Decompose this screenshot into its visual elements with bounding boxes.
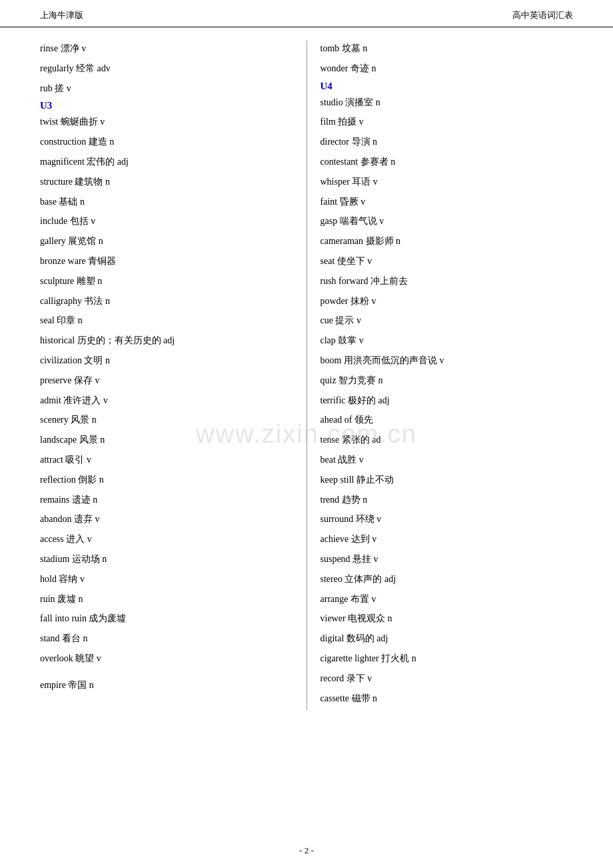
vocab-entry: include 包括 v	[40, 213, 293, 229]
vocab-entry: overlook 眺望 v	[40, 651, 293, 667]
vocab-entry: cassette 磁带 n	[320, 691, 574, 707]
vocab-entry: tomb 坟墓 n	[320, 41, 574, 57]
vocab-entry: suspend 悬挂 v	[320, 551, 574, 567]
vocab-entry: terrific 极好的 adj	[320, 393, 574, 409]
vocab-entry: cigarette lighter 打火机 n	[320, 651, 574, 667]
vocab-entry: powder 抹粉 v	[320, 293, 574, 309]
vocab-entry: arrange 布置 v	[320, 591, 574, 607]
vocab-entry: attract 吸引 v	[40, 452, 293, 468]
vocab-entry: surround 环绕 v	[320, 511, 574, 527]
vocab-entry: civilization 文明 n	[40, 353, 293, 369]
vocab-entry: gallery 展览馆 n	[40, 233, 293, 249]
vocab-entry: digital 数码的 adj	[320, 631, 574, 647]
vocab-entry: ruin 废墟 n	[40, 591, 293, 607]
vocab-entry: bronze ware 青铜器	[40, 253, 293, 269]
vocab-entry: film 拍摄 v	[320, 114, 574, 130]
vocab-entry: seal 印章 n	[40, 313, 293, 329]
right-column: tomb 坟墓 nwonder 奇迹 nU4studio 演播室 nfilm 拍…	[306, 41, 574, 710]
header-left: 上海牛津版	[40, 9, 83, 21]
vocab-entry: landscape 风景 n	[40, 432, 293, 448]
vocab-entry: viewer 电视观众 n	[320, 611, 574, 627]
vocab-entry: contestant 参赛者 n	[320, 154, 574, 170]
left-column: rinse 漂净 vregularly 经常 advrub 搓 vU3twist…	[40, 41, 306, 710]
vocab-entry: remains 遗迹 n	[40, 492, 293, 508]
vocab-entry: achieve 达到 v	[320, 531, 574, 547]
vocab-entry: access 进入 v	[40, 531, 293, 547]
vocab-entry: scenery 风景 n	[40, 412, 293, 428]
vocab-entry: cameraman 摄影师 n	[320, 233, 574, 249]
vocab-entry: construction 建造 n	[40, 134, 293, 150]
vocab-entry: studio 演播室 n	[320, 95, 574, 111]
vocab-entry: director 导演 n	[320, 134, 574, 150]
vocab-entry: whisper 耳语 v	[320, 174, 574, 190]
vocab-entry: regularly 经常 adv	[40, 61, 293, 77]
vocab-entry: structure 建筑物 n	[40, 174, 293, 190]
vocab-entry: clap 鼓掌 v	[320, 333, 574, 349]
page-header: 上海牛津版 高中英语词汇表	[0, 0, 613, 27]
vocab-entry: abandon 遗弃 v	[40, 511, 293, 527]
vocab-entry: keep still 静止不动	[320, 472, 574, 488]
vocab-entry: trend 趋势 n	[320, 492, 574, 508]
vocab-entry: empire 帝国 n	[40, 677, 293, 693]
vocab-entry: reflection 倒影 n	[40, 472, 293, 488]
vocab-entry: fall into ruin 成为废墟	[40, 611, 293, 627]
vocab-entry: historical 历史的；有关历史的 adj	[40, 333, 293, 349]
header-right: 高中英语词汇表	[512, 9, 573, 21]
vocab-entry: boom 用洪亮而低沉的声音说 v	[320, 353, 574, 369]
vocab-entry: gasp 喘着气说 v	[320, 213, 574, 229]
unit-heading: U4	[320, 81, 574, 92]
vocab-entry: preserve 保存 v	[40, 373, 293, 389]
vocab-entry: stadium 运动场 n	[40, 551, 293, 567]
vocab-entry: admit 准许进入 v	[40, 393, 293, 409]
vocab-entry: faint 昏厥 v	[320, 194, 574, 210]
main-content: rinse 漂净 vregularly 经常 advrub 搓 vU3twist…	[0, 27, 613, 737]
vocab-entry: base 基础 n	[40, 194, 293, 210]
vocab-entry: quiz 智力竞赛 n	[320, 373, 574, 389]
vocab-entry: sculpture 雕塑 n	[40, 273, 293, 289]
vocab-entry: rub 搓 v	[40, 81, 293, 97]
vocab-entry: stereo 立体声的 adj	[320, 571, 574, 587]
vocab-entry: cue 提示 v	[320, 313, 574, 329]
vocab-entry: record 录下 v	[320, 671, 574, 687]
vocab-entry: beat 战胜 v	[320, 452, 574, 468]
vocab-entry: twist 蜿蜒曲折 v	[40, 114, 293, 130]
vocab-entry: stand 看台 n	[40, 631, 293, 647]
vocab-entry: seat 使坐下 v	[320, 253, 574, 269]
vocab-entry: hold 容纳 v	[40, 571, 293, 587]
vocab-entry: rinse 漂净 v	[40, 41, 293, 57]
vocab-entry: magnificent 宏伟的 adj	[40, 154, 293, 170]
vocab-entry: tense 紧张的 ad	[320, 432, 574, 448]
page-footer: - 2 -	[0, 845, 613, 856]
vocab-entry: calligraphy 书法 n	[40, 293, 293, 309]
vocab-entry: rush forward 冲上前去	[320, 273, 574, 289]
vocab-entry: ahead of 领先	[320, 412, 574, 428]
vocab-entry: wonder 奇迹 n	[320, 61, 574, 77]
unit-heading: U3	[40, 100, 293, 111]
